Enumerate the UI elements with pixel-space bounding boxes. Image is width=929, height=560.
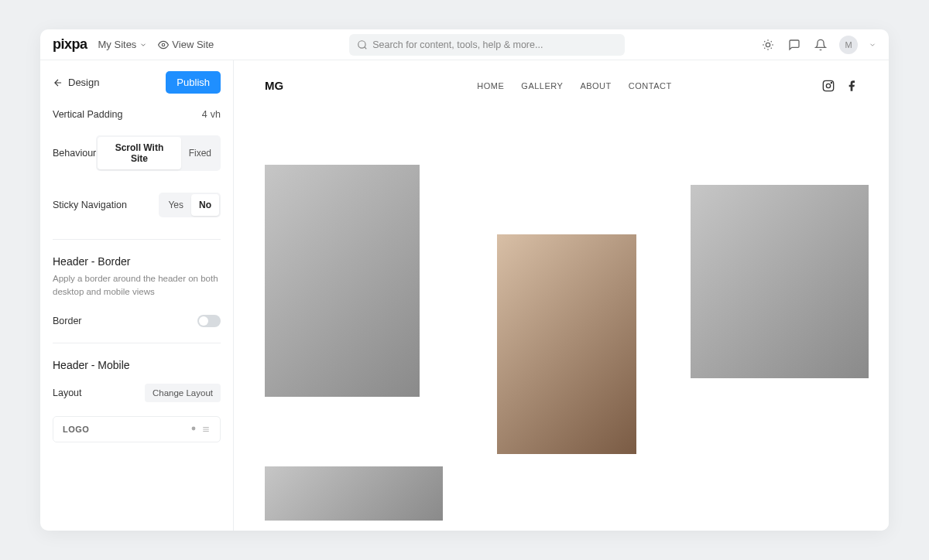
arrow-left-icon <box>53 77 63 88</box>
gallery-column <box>497 142 636 454</box>
behaviour-fixed-option[interactable]: Fixed <box>181 137 219 169</box>
back-label: Design <box>68 77 99 88</box>
bell-icon <box>814 39 827 51</box>
nav-about[interactable]: ABOUT <box>580 81 611 90</box>
sidebar-header: Design Publish <box>40 60 233 101</box>
search-placeholder: Search for content, tools, help & more..… <box>372 39 543 50</box>
chevron-down-icon <box>139 41 147 49</box>
site-social <box>822 80 858 92</box>
menu-icon <box>201 425 211 433</box>
header-border-title: Header - Border <box>40 248 233 272</box>
instagram-icon[interactable] <box>822 80 835 92</box>
site-header: MG HOME GALLERY ABOUT CONTACT <box>234 60 889 111</box>
behaviour-segment: Scroll With Site Fixed <box>96 135 221 171</box>
app-logo: pixpa <box>53 36 87 53</box>
main: Design Publish Vertical Padding 4 vh Beh… <box>40 60 889 531</box>
search-input[interactable]: Search for content, tools, help & more..… <box>349 34 625 56</box>
sticky-nav-label: Sticky Navigation <box>53 200 127 210</box>
svg-point-13 <box>192 426 196 430</box>
behaviour-scroll-option[interactable]: Scroll With Site <box>98 137 180 169</box>
view-site-button[interactable]: View Site <box>158 39 214 50</box>
vertical-padding-row: Vertical Padding 4 vh <box>40 101 233 128</box>
gallery-column <box>265 142 443 521</box>
dot-icon <box>190 425 197 432</box>
search-icon <box>357 39 368 50</box>
svg-point-1 <box>358 40 365 47</box>
nav-home[interactable]: HOME <box>477 81 504 90</box>
publish-button[interactable]: Publish <box>166 71 221 94</box>
notifications-button[interactable] <box>813 37 828 53</box>
site-logo[interactable]: MG <box>265 79 327 92</box>
gallery-image[interactable] <box>265 165 420 397</box>
sun-icon <box>762 39 774 51</box>
svg-point-3 <box>766 43 770 46</box>
sidebar: Design Publish Vertical Padding 4 vh Beh… <box>40 60 234 531</box>
behaviour-row: Behaviour Scroll With Site Fixed <box>40 128 233 179</box>
header-border-desc: Apply a border around the header on both… <box>40 272 233 307</box>
site-preview: MG HOME GALLERY ABOUT CONTACT <box>234 60 889 531</box>
svg-line-2 <box>365 46 367 49</box>
facebook-icon[interactable] <box>845 80 858 92</box>
header-mobile-title: Header - Mobile <box>40 351 233 376</box>
app-window: pixpa My Sites View Site Search for cont… <box>40 29 889 531</box>
svg-point-18 <box>826 84 830 87</box>
search-wrap: Search for content, tools, help & more..… <box>225 34 749 56</box>
vp-unit: vh <box>211 109 221 120</box>
vertical-padding-value[interactable]: 4 vh <box>202 109 221 120</box>
divider <box>53 343 221 343</box>
view-site-label: View Site <box>172 39 214 50</box>
gallery <box>234 111 889 531</box>
gallery-column <box>691 142 869 378</box>
eye-icon <box>158 39 169 50</box>
divider <box>53 239 221 240</box>
layout-row: Layout Change Layout <box>40 376 233 410</box>
site-nav: HOME GALLERY ABOUT CONTACT <box>327 81 822 90</box>
sticky-nav-row: Sticky Navigation Yes No <box>40 179 233 231</box>
svg-point-19 <box>831 82 831 83</box>
nav-gallery[interactable]: GALLERY <box>521 81 563 90</box>
sticky-yes-option[interactable]: Yes <box>160 194 191 216</box>
user-avatar[interactable]: M <box>839 36 858 54</box>
sticky-nav-segment: Yes No <box>159 193 221 217</box>
border-label: Border <box>53 316 82 326</box>
border-row: Border <box>40 307 233 335</box>
svg-line-11 <box>771 41 772 42</box>
messages-button[interactable] <box>787 37 802 53</box>
svg-line-10 <box>764 47 765 48</box>
gallery-image[interactable] <box>691 185 869 378</box>
svg-line-6 <box>764 41 765 42</box>
my-sites-label: My Sites <box>98 39 137 50</box>
gallery-image[interactable] <box>265 466 443 521</box>
svg-point-0 <box>163 43 166 46</box>
gallery-image[interactable] <box>497 234 636 454</box>
layout-label: Layout <box>53 388 82 398</box>
topbar: pixpa My Sites View Site Search for cont… <box>40 29 889 60</box>
behaviour-label: Behaviour <box>53 148 96 159</box>
mobile-logo-preview[interactable]: LOGO <box>53 416 221 442</box>
vp-value: 4 <box>202 109 207 120</box>
back-button[interactable]: Design <box>53 77 99 88</box>
change-layout-button[interactable]: Change Layout <box>145 384 221 402</box>
chat-icon <box>788 39 800 51</box>
logo-icons <box>190 425 211 433</box>
chevron-down-icon[interactable] <box>869 41 876 49</box>
topbar-right: M <box>760 36 876 54</box>
theme-toggle-button[interactable] <box>760 37 776 53</box>
border-toggle[interactable] <box>197 315 221 327</box>
my-sites-dropdown[interactable]: My Sites <box>98 39 148 50</box>
vertical-padding-label: Vertical Padding <box>53 109 122 120</box>
svg-line-7 <box>771 47 772 48</box>
sticky-no-option[interactable]: No <box>191 194 219 216</box>
logo-placeholder: LOGO <box>63 425 89 434</box>
nav-contact[interactable]: CONTACT <box>629 81 672 90</box>
